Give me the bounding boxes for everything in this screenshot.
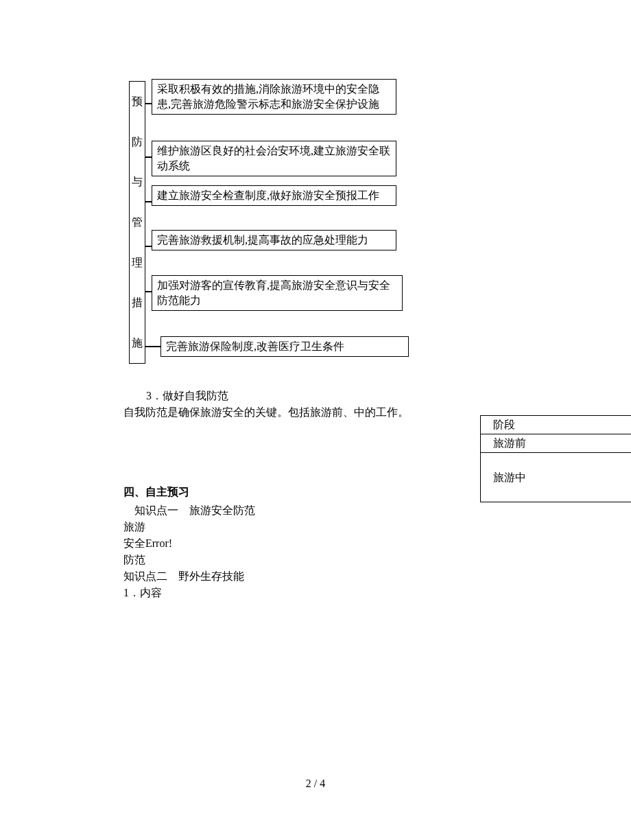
table-row: 旅游中 (481, 453, 632, 502)
label-char: 管 (132, 214, 143, 231)
connector-line (145, 246, 152, 247)
page-content: 预 防 与 管 理 措 施 采取积极有效的措施,消除旅游环境中的安全隐患,完善旅… (0, 0, 631, 629)
connector-line (145, 103, 152, 104)
diagram-box: 完善旅游保险制度,改善医疗卫生条件 (160, 336, 409, 357)
table-cell: 阶段 (481, 416, 632, 434)
diagram-box: 建立旅游安全检查制度,做好旅游安全预报工作 (152, 185, 396, 206)
label-char: 理 (132, 255, 143, 271)
kp1-line: 防范 (123, 552, 604, 568)
knowledge-point-2-title: 知识点二 野外生存技能 (123, 568, 604, 585)
page-number: 2 / 4 (0, 775, 631, 792)
diagram-box: 采取积极有效的措施,消除旅游环境中的安全隐患,完善旅游危险警示标志和旅游安全保护… (152, 79, 396, 115)
table-row: 旅游前 (481, 434, 632, 453)
connector-line (145, 156, 152, 158)
diagram-box: 维护旅游区良好的社会治安环境,建立旅游安全联动系统 (152, 141, 396, 176)
kp2-item-1: 1．内容 (123, 585, 604, 601)
diagram-box: 完善旅游救援机制,提高事故的应急处理能力 (152, 230, 396, 250)
diagram-box: 加强对游客的宣传教育,提高旅游安全意识与安全防范能力 (152, 275, 403, 311)
diagram-left-label: 预 防 与 管 理 措 施 (129, 81, 145, 364)
table-cell: 旅游中 (481, 453, 632, 502)
table-row: 阶段 (481, 416, 632, 434)
stage-table: 阶段 旅游前 旅游中 (480, 415, 631, 502)
kp1-line: 安全Error! (123, 535, 604, 552)
connector-line (145, 291, 152, 292)
knowledge-point-1-title: 知识点一 旅游安全防范 (123, 502, 604, 519)
prevention-management-diagram: 预 防 与 管 理 措 施 采取积极有效的措施,消除旅游环境中的安全隐患,完善旅… (123, 79, 604, 375)
paragraph-3-title: 3．做好自我防范 (146, 388, 604, 404)
label-char: 措 (132, 294, 143, 311)
label-char: 与 (132, 174, 143, 190)
label-char: 防 (132, 134, 143, 150)
kp1-lines: 旅游 安全Error! 防范 (123, 519, 604, 568)
table-cell: 旅游前 (481, 434, 632, 453)
connector-line (145, 346, 160, 347)
kp1-line: 旅游 (123, 519, 604, 535)
label-char: 预 (132, 93, 143, 110)
connector-line (145, 201, 152, 202)
label-char: 施 (132, 335, 143, 351)
